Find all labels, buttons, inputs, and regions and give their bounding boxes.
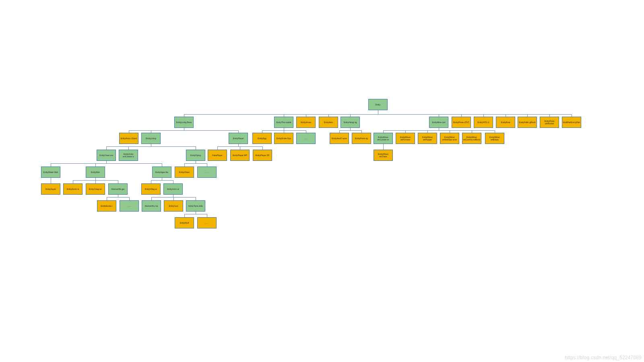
node-entityboat: EntityBoat — [496, 117, 515, 128]
connector — [184, 214, 207, 214]
connector — [173, 197, 174, 200]
connector — [184, 214, 185, 217]
diagram-canvas: Entity EntityLiving Base EntityThro wabl… — [0, 0, 644, 362]
node-entityplayersp: EntityPlayer SP — [253, 150, 272, 161]
connector — [378, 110, 378, 114]
node-throwable-more: ...... — [296, 133, 316, 144]
node-entityendereye: EntityEnder Eye — [274, 133, 293, 144]
label: EntityHangi ng — [344, 121, 357, 123]
label: EntityPlayer — [233, 137, 244, 140]
label: EntityMinec artComma ndBlock — [463, 136, 481, 141]
connector — [240, 146, 240, 150]
connector — [51, 163, 162, 164]
connector — [107, 197, 107, 200]
node-entitycreeper: EntityCreep er — [86, 183, 105, 195]
label: EntityMinec artFurnace — [396, 136, 414, 141]
label: EntityMinec artMobSpa wner — [441, 136, 458, 141]
connector — [383, 144, 384, 150]
node-entityminecartchest: EntityMinec artChest — [374, 150, 393, 161]
connector — [262, 146, 263, 150]
node-entitylivingbase: EntityLiving Base — [174, 117, 194, 128]
node-entityplayermp: EntityPlayer MP — [230, 150, 250, 161]
node-entityliving: EntityLiving — [141, 133, 161, 144]
label: EntityGhast — [179, 171, 190, 173]
node-entityitem: EntityItem — [319, 117, 338, 128]
label: EntityFlying — [190, 154, 201, 156]
connector — [262, 130, 306, 131]
watermark: https://blog.csdn.net/qq_52247089 — [565, 355, 642, 360]
connector — [106, 146, 196, 147]
label: EntityCreep er — [89, 188, 102, 190]
connector — [184, 114, 572, 115]
label: EntitySquid — [45, 188, 56, 190]
label: EntityTame able — [188, 205, 203, 207]
node-entityminecartmobspawner: EntityMinec artMobSpa wner — [440, 133, 459, 144]
watermark-text: https://blog.csdn.net/qq_52247089 — [565, 355, 642, 360]
node-abstractillager: AbstractIlla ger — [108, 183, 128, 195]
node-entitymob: EntityMob — [86, 167, 105, 178]
connector — [207, 163, 207, 167]
node-entityageable: EntityAgea ble — [152, 167, 171, 178]
connector — [51, 163, 51, 167]
node-entityminecart: EntityMine cart — [429, 117, 448, 128]
node-entityghast: EntityGhast — [175, 167, 194, 178]
label: EntityMob — [91, 171, 100, 173]
node-multipartentitypart: MultiPartEnti tyPart — [562, 117, 581, 128]
label: EntityPlayer MP — [233, 154, 247, 156]
connector — [217, 146, 218, 150]
node-entityminecartempty: EntityMinec artEmpty — [485, 133, 504, 144]
node-entitysquid: EntitySquid — [41, 183, 60, 195]
node-entitywatermob: EntityWater Mob — [41, 167, 60, 178]
label: EntityMinec artHopper — [419, 136, 436, 141]
connector — [95, 180, 96, 183]
node-entitycow: EntityCow — [164, 200, 183, 212]
node-entityvillager: EntityVillag er — [141, 183, 161, 195]
node-fakeplayer: FakePlayer — [208, 150, 227, 161]
node-entityxporb: EntityXPOr b — [474, 117, 493, 128]
connector — [129, 130, 238, 131]
label: EntityMinec artChest — [374, 153, 392, 158]
label: EntityThro wable — [276, 121, 291, 123]
node-entityminecartfurnace: EntityMinec artFurnace — [396, 133, 415, 144]
label: EntityAnim al — [167, 188, 179, 190]
connector — [151, 197, 152, 200]
connector — [207, 214, 207, 217]
label: EntityEgg — [258, 137, 266, 140]
connector — [151, 180, 173, 181]
node-entitywolf: EntityWolf — [175, 217, 194, 228]
node-illager-more: ...... — [120, 200, 139, 212]
connector — [51, 178, 51, 183]
label: AbstractIlla ger — [111, 188, 124, 190]
label: EntityArrow — [301, 121, 311, 123]
connector — [173, 180, 173, 183]
label: EntityZomb ie — [67, 188, 79, 190]
node-entityevoker: EntityEvoke r — [97, 200, 116, 212]
node-entitytameable: EntityTame able — [186, 200, 205, 212]
node-entityegg: EntityEgg — [252, 133, 272, 144]
label: Entity — [376, 103, 381, 106]
label: ...... — [304, 137, 308, 140]
label: EntityAmbi entCreatur e — [120, 153, 137, 158]
connector — [107, 197, 129, 197]
connector — [73, 180, 73, 183]
label: EntityFallin gBlock — [519, 121, 536, 123]
label: EntityItem — [324, 121, 333, 123]
label: ...... — [205, 222, 208, 224]
label: EntityPrime dTNT — [453, 121, 469, 123]
label: EntityPlayer SP — [256, 154, 270, 156]
label: AbstractHo rse — [144, 205, 158, 207]
label: EntityXPOr b — [478, 121, 489, 123]
node-flying-more: ...... — [197, 167, 217, 178]
node-entityfireworkrocket: EntityFirew orkRocket — [540, 117, 559, 128]
connector — [162, 163, 162, 167]
node-entitythrowable: EntityThro wable — [274, 117, 293, 128]
node-entityminecarthopper: EntityMinec artHopper — [418, 133, 437, 144]
label: EntityCreat ure — [99, 154, 113, 156]
label: ...... — [128, 205, 131, 207]
label: EntityMine cart — [432, 121, 445, 123]
connector — [118, 180, 118, 183]
node-abstracthorse: AbstractHo rse — [142, 200, 161, 212]
node-entityambientcreature: EntityAmbi entCreatur e — [119, 150, 138, 161]
connector — [339, 130, 361, 131]
label: EntityWater Mob — [43, 171, 58, 173]
